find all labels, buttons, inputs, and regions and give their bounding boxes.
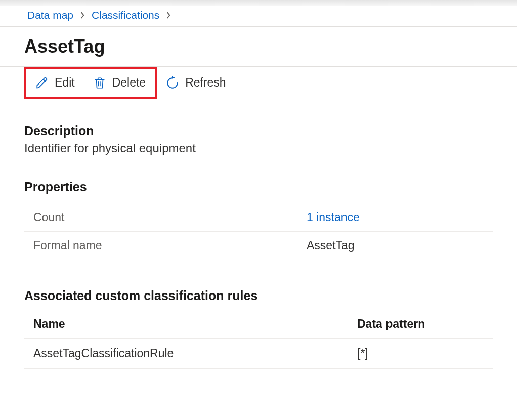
table-row[interactable]: AssetTagClassificationRule [*] (24, 339, 493, 369)
chevron-right-icon (165, 12, 171, 19)
table-header: Name Data pattern (24, 312, 493, 339)
property-label: Formal name (33, 239, 307, 253)
content-area: Description Identifier for physical equi… (0, 99, 517, 369)
edit-label: Edit (55, 76, 75, 90)
delete-label: Delete (112, 76, 146, 90)
property-label: Count (33, 211, 307, 224)
property-row-count: Count 1 instance (24, 203, 493, 232)
delete-icon (93, 76, 106, 90)
column-header-pattern[interactable]: Data pattern (357, 317, 425, 331)
property-row-formal-name: Formal name AssetTag (24, 232, 493, 260)
page-title: AssetTag (0, 27, 517, 67)
refresh-button[interactable]: Refresh (157, 69, 235, 97)
description-text: Identifier for physical equipment (24, 141, 493, 155)
edit-button[interactable]: Edit (26, 69, 84, 97)
breadcrumb: Data map Classifications (0, 6, 517, 27)
highlight-box: Edit Delete (24, 67, 157, 99)
breadcrumb-item-data-map[interactable]: Data map (27, 9, 73, 21)
chevron-right-icon (79, 12, 85, 19)
edit-icon (35, 76, 49, 90)
refresh-label: Refresh (185, 76, 226, 90)
refresh-icon (166, 76, 179, 90)
rule-pattern: [*] (357, 347, 368, 360)
property-value: AssetTag (307, 239, 355, 253)
breadcrumb-item-classifications[interactable]: Classifications (92, 9, 159, 21)
associated-rules-heading: Associated custom classification rules (24, 288, 493, 303)
rule-name: AssetTagClassificationRule (33, 347, 357, 360)
description-heading: Description (24, 123, 493, 138)
toolbar: Edit Delete Refresh (0, 67, 517, 99)
properties-heading: Properties (24, 180, 493, 194)
top-gradient (0, 0, 517, 6)
property-value-count-link[interactable]: 1 instance (307, 211, 360, 224)
column-header-name[interactable]: Name (33, 317, 357, 331)
delete-button[interactable]: Delete (84, 69, 155, 97)
